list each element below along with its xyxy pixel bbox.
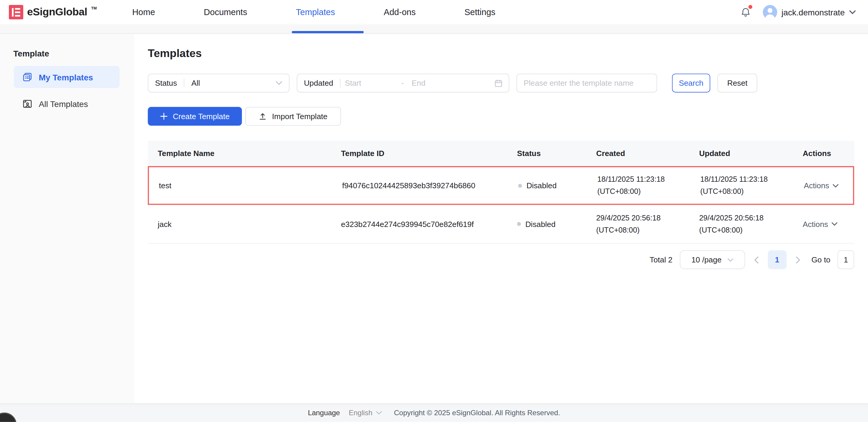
chevron-down-icon bbox=[727, 258, 733, 262]
status-dot-icon bbox=[518, 183, 522, 187]
templates-table: Template Name Template ID Status Created… bbox=[148, 141, 854, 244]
create-template-label: Create Template bbox=[173, 112, 229, 121]
toolbar: Create Template Import Template bbox=[148, 107, 854, 126]
template-name-search-input[interactable] bbox=[517, 73, 657, 92]
notifications-bell-icon[interactable] bbox=[740, 6, 752, 18]
template-id: e323b2744e274c939945c70e82ef619f bbox=[331, 219, 507, 229]
prev-page-button[interactable] bbox=[752, 256, 761, 263]
pagination: Total 2 10 /page 1 Go to bbox=[148, 250, 854, 269]
copyright-text: Copyright © 2025 eSignGlobal. All Rights… bbox=[394, 409, 560, 417]
status-cell: Disabled bbox=[508, 181, 587, 190]
status-text: Disabled bbox=[526, 181, 557, 190]
table-header-row: Template Name Template ID Status Created… bbox=[148, 141, 854, 166]
filter-bar: Status All Updated - bbox=[148, 73, 854, 92]
updated-line2: (UTC+08:00) bbox=[700, 186, 794, 198]
language-group: Language English bbox=[308, 409, 382, 417]
search-button[interactable]: Search bbox=[672, 73, 710, 92]
created-cell: 29/4/2025 20:56:18 (UTC+08:00) bbox=[586, 212, 689, 236]
col-actions: Actions bbox=[793, 149, 854, 158]
reset-button[interactable]: Reset bbox=[717, 73, 757, 92]
nav-settings[interactable]: Settings bbox=[464, 7, 495, 17]
esign-logo-icon bbox=[9, 5, 23, 20]
create-template-button[interactable]: Create Template bbox=[148, 107, 242, 126]
updated-cell: 18/11/2025 11:23:18 (UTC+08:00) bbox=[690, 174, 794, 198]
status-filter-value: All bbox=[184, 79, 276, 88]
created-line2: (UTC+08:00) bbox=[597, 186, 690, 198]
template-name: test bbox=[149, 181, 332, 190]
nav-addons[interactable]: Add-ons bbox=[384, 7, 416, 17]
language-value: English bbox=[349, 409, 373, 417]
col-created: Created bbox=[586, 149, 689, 158]
nav-documents[interactable]: Documents bbox=[204, 7, 247, 17]
date-end-input[interactable] bbox=[407, 79, 458, 88]
actions-dropdown[interactable]: Actions bbox=[793, 219, 854, 229]
page-size-select[interactable]: 10 /page bbox=[680, 250, 745, 269]
template-name: jack bbox=[148, 219, 331, 229]
created-cell: 18/11/2025 11:23:18 (UTC+08:00) bbox=[587, 174, 690, 198]
top-bar-right: jack.demonstrate bbox=[740, 5, 856, 20]
page-size-value: 10 /page bbox=[691, 255, 721, 264]
sidebar-item-my-templates[interactable]: My Templates bbox=[14, 66, 120, 88]
status-filter-label: Status bbox=[148, 79, 183, 88]
updated-line1: 18/11/2025 11:23:18 bbox=[700, 174, 794, 185]
import-template-button[interactable]: Import Template bbox=[245, 107, 341, 126]
updated-date-range-picker[interactable]: Updated - bbox=[297, 73, 509, 92]
tab-indicator-band bbox=[0, 24, 868, 34]
top-bar: eSignGlobal TM Home Documents Templates … bbox=[0, 0, 868, 24]
actions-dropdown[interactable]: Actions bbox=[794, 181, 853, 190]
main-nav: Home Documents Templates Add-ons Setting… bbox=[132, 7, 495, 17]
body: Template My Templates All Templates bbox=[0, 34, 868, 403]
sidebar-item-label: My Templates bbox=[39, 72, 93, 82]
created-line1: 29/4/2025 20:56:18 bbox=[596, 212, 689, 224]
plus-icon bbox=[160, 112, 168, 120]
total-count: Total 2 bbox=[650, 255, 673, 264]
chevron-down-icon bbox=[849, 10, 856, 14]
footer: Language English Copyright © 2025 eSignG… bbox=[0, 403, 868, 422]
user-name: jack.demonstrate bbox=[781, 7, 845, 17]
active-tab-underline bbox=[291, 31, 364, 33]
user-menu[interactable]: jack.demonstrate bbox=[763, 5, 856, 20]
table-row: jack e323b2744e274c939945c70e82ef619f Di… bbox=[148, 205, 854, 243]
status-text: Disabled bbox=[525, 219, 555, 229]
main-content: Templates Status All Updated - bbox=[134, 34, 868, 403]
my-templates-icon bbox=[22, 72, 33, 83]
sidebar-item-all-templates[interactable]: All Templates bbox=[14, 92, 120, 115]
next-page-button[interactable] bbox=[794, 256, 802, 263]
updated-line1: 29/4/2025 20:56:18 bbox=[699, 212, 793, 224]
page-number-1[interactable]: 1 bbox=[768, 250, 786, 269]
language-label: Language bbox=[308, 409, 340, 417]
updated-cell: 29/4/2025 20:56:18 (UTC+08:00) bbox=[689, 212, 793, 236]
col-template-name: Template Name bbox=[148, 149, 331, 158]
nav-templates[interactable]: Templates bbox=[296, 7, 335, 17]
chevron-down-icon bbox=[376, 411, 382, 414]
user-avatar-icon bbox=[763, 5, 777, 20]
status-cell: Disabled bbox=[507, 219, 586, 229]
page-title: Templates bbox=[148, 47, 854, 60]
created-line2: (UTC+08:00) bbox=[596, 224, 689, 236]
all-templates-icon bbox=[22, 98, 33, 109]
actions-label: Actions bbox=[803, 219, 828, 229]
goto-label: Go to bbox=[811, 255, 830, 264]
language-select[interactable]: English bbox=[349, 409, 382, 417]
nav-home[interactable]: Home bbox=[132, 7, 155, 17]
chat-widget-button[interactable] bbox=[0, 413, 17, 422]
col-status: Status bbox=[507, 149, 586, 158]
updated-line2: (UTC+08:00) bbox=[699, 224, 793, 236]
import-template-label: Import Template bbox=[272, 112, 328, 121]
calendar-icon bbox=[494, 79, 502, 87]
updated-filter-label: Updated bbox=[297, 79, 340, 88]
sidebar: Template My Templates All Templates bbox=[0, 34, 134, 403]
upload-icon bbox=[259, 112, 267, 120]
range-separator: - bbox=[392, 79, 407, 88]
goto-page-input[interactable] bbox=[838, 250, 854, 269]
col-template-id: Template ID bbox=[331, 149, 507, 158]
status-filter-select[interactable]: Status All bbox=[148, 73, 289, 92]
table-row: test f94076c10244425893eb3f39274b6860 Di… bbox=[148, 166, 854, 205]
brand-logo[interactable]: eSignGlobal TM bbox=[9, 5, 97, 20]
col-updated: Updated bbox=[689, 149, 793, 158]
actions-label: Actions bbox=[804, 181, 829, 190]
status-dot-icon bbox=[517, 222, 521, 226]
chevron-down-icon bbox=[831, 222, 838, 226]
date-start-input[interactable] bbox=[340, 79, 391, 88]
brand-name: eSignGlobal bbox=[27, 5, 88, 20]
